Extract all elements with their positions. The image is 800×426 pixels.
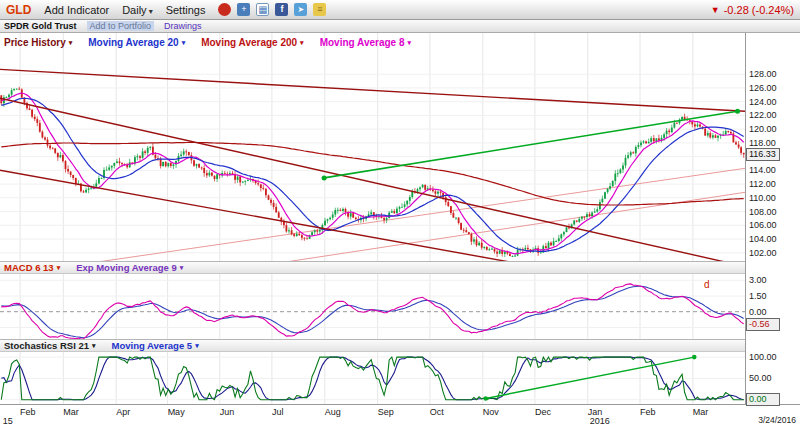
stoch-header-item-1[interactable]: Moving Average 5▾ [112,340,199,351]
chevron-down-icon: ▾ [180,264,184,272]
price-axis-label: 102.00 [749,248,777,258]
add-to-portfolio-link[interactable]: Add to Portfolio [87,21,155,31]
x-axis-month-label: Mar [63,407,79,417]
symbol-name: SPDR Gold Trust [4,21,77,31]
stochastics-panel-header: Stochastics RSI 21▾Moving Average 5▾ [0,339,745,352]
chevron-down-icon: ▾ [57,264,61,272]
chevron-down-icon: ▾ [92,342,96,350]
stoch-value-badge: 0.00 [746,393,780,406]
price-axis-label: 114.00 [749,165,776,175]
x-axis-month-label: Jun [220,407,235,417]
macd-header-item-1[interactable]: Exp Moving Average 9▾ [76,262,183,273]
facebook-icon[interactable]: f [275,3,288,16]
stoch-header-item-0[interactable]: Stochastics RSI 21▾ [4,340,96,351]
stochastics-chart[interactable] [0,352,745,404]
x-axis-year-label: 2016 [590,416,610,426]
price-axis-label: 120.00 [749,124,777,134]
price-axis-label: 122.00 [749,110,777,120]
indicator-label: Stochastics RSI 21 [4,340,89,351]
price-axis-label: 118.00 [749,138,776,148]
x-axis-month-label: Aug [325,407,341,417]
notes-icon[interactable]: ≡ [313,3,326,16]
price-axis-label: 110.00 [749,193,776,203]
macd-axis-label: 0.00 [749,307,767,317]
macd-axis-label: 3.00 [749,275,767,285]
indicator-label: Exp Moving Average 9 [76,262,177,273]
record-icon[interactable] [218,3,231,16]
x-axis-month-label: Apr [116,407,130,417]
price-axis-label: 128.00 [749,69,777,79]
macd-axis-label: 1.50 [749,291,767,301]
add-indicator-menu[interactable]: Add Indicator [44,4,109,16]
price-axis-label: 106.00 [749,220,777,230]
x-axis-month-label: Mar [693,407,709,417]
x-axis-month-label: Oct [430,407,444,417]
indicator-label: MACD 6 13 [4,262,54,273]
x-axis-month-label: Jul [272,407,284,417]
macd-value-badge: -0.56 [746,318,780,331]
interval-label: Daily [122,4,146,16]
x-axis-month-label: Nov [483,407,499,417]
last-price-badge: 116.33 [746,148,780,161]
toolbar-icons: +▦f➤≡ [218,3,326,16]
price-axis-label: 126.00 [749,83,777,93]
drawings-menu[interactable]: Drawings [164,21,202,31]
stoch-axis-label: 50.00 [749,373,772,383]
price-change: ▼-0.28 (-0.24%) [711,4,794,16]
macd-panel-header: MACD 6 13▾Exp Moving Average 9▾ [0,261,745,274]
change-text: -0.28 (-0.24%) [724,4,794,16]
down-arrow-icon: ▼ [711,5,720,15]
x-axis-year-label: 15 [3,416,13,426]
x-axis-month-label: Feb [640,407,656,417]
svg-text:d: d [704,279,710,290]
macd-header-item-0[interactable]: MACD 6 13▾ [4,262,60,273]
price-axis-label: 104.00 [749,234,777,244]
main-toolbar: GLD Add Indicator Daily▾ Settings +▦f➤≡ … [0,0,800,20]
price-axis[interactable]: 128.00126.00124.00122.00120.00118.00116.… [745,33,800,404]
price-axis-label: 112.00 [749,179,776,189]
bar-chart-icon[interactable]: ▦ [256,3,269,16]
macd-chart[interactable]: d [0,274,745,339]
indicator-label: Moving Average 5 [112,340,193,351]
ticker-symbol: GLD [6,3,31,17]
x-axis-month-label: May [168,407,185,417]
time-axis[interactable]: 3/24/2016 FebMarAprMayJunJulAugSepOctNov… [0,404,800,426]
interval-menu[interactable]: Daily▾ [122,4,152,16]
stoch-axis-label: 100.00 [749,352,777,362]
share-icon[interactable]: ➤ [294,3,307,16]
symbol-bar: SPDR Gold Trust Add to Portfolio Drawing… [0,20,800,33]
settings-menu[interactable]: Settings [166,4,206,16]
chevron-down-icon: ▾ [195,342,199,350]
x-axis-month-label: Dec [535,407,551,417]
x-axis-month-label: Feb [20,407,36,417]
x-axis-month-label: Sep [378,407,394,417]
chevron-down-icon: ▾ [149,7,153,16]
grid-icon[interactable]: + [237,3,250,16]
price-chart[interactable] [0,33,745,261]
charting-app-window: GLD Add Indicator Daily▾ Settings +▦f➤≡ … [0,0,800,426]
price-axis-label: 108.00 [749,207,777,217]
current-date-label: 3/24/2016 [758,415,796,425]
price-axis-label: 124.00 [749,97,777,107]
